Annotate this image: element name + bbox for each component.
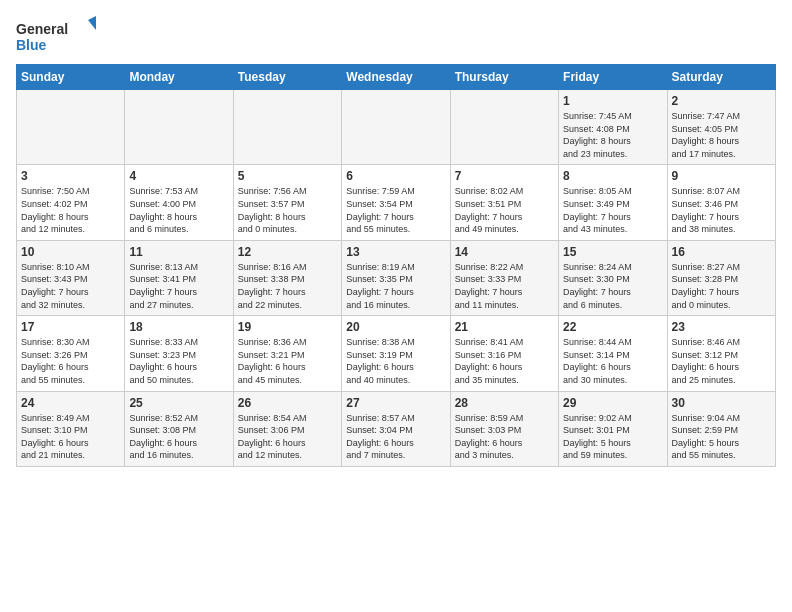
calendar-cell-w0-d5: 1Sunrise: 7:45 AM Sunset: 4:08 PM Daylig…	[559, 90, 667, 165]
day-number: 27	[346, 396, 445, 410]
day-number: 1	[563, 94, 662, 108]
weekday-header-thursday: Thursday	[450, 65, 558, 90]
day-info: Sunrise: 7:59 AM Sunset: 3:54 PM Dayligh…	[346, 185, 445, 235]
day-number: 11	[129, 245, 228, 259]
calendar-cell-w4-d3: 27Sunrise: 8:57 AM Sunset: 3:04 PM Dayli…	[342, 391, 450, 466]
day-number: 22	[563, 320, 662, 334]
day-info: Sunrise: 8:22 AM Sunset: 3:33 PM Dayligh…	[455, 261, 554, 311]
day-info: Sunrise: 7:45 AM Sunset: 4:08 PM Dayligh…	[563, 110, 662, 160]
calendar-cell-w1-d0: 3Sunrise: 7:50 AM Sunset: 4:02 PM Daylig…	[17, 165, 125, 240]
day-info: Sunrise: 8:16 AM Sunset: 3:38 PM Dayligh…	[238, 261, 337, 311]
day-info: Sunrise: 8:07 AM Sunset: 3:46 PM Dayligh…	[672, 185, 771, 235]
day-info: Sunrise: 8:13 AM Sunset: 3:41 PM Dayligh…	[129, 261, 228, 311]
day-number: 13	[346, 245, 445, 259]
calendar-cell-w2-d4: 14Sunrise: 8:22 AM Sunset: 3:33 PM Dayli…	[450, 240, 558, 315]
calendar-cell-w4-d2: 26Sunrise: 8:54 AM Sunset: 3:06 PM Dayli…	[233, 391, 341, 466]
day-info: Sunrise: 8:24 AM Sunset: 3:30 PM Dayligh…	[563, 261, 662, 311]
day-number: 12	[238, 245, 337, 259]
calendar-cell-w2-d0: 10Sunrise: 8:10 AM Sunset: 3:43 PM Dayli…	[17, 240, 125, 315]
svg-marker-2	[88, 16, 96, 30]
day-info: Sunrise: 9:04 AM Sunset: 2:59 PM Dayligh…	[672, 412, 771, 462]
day-number: 18	[129, 320, 228, 334]
calendar-cell-w3-d3: 20Sunrise: 8:38 AM Sunset: 3:19 PM Dayli…	[342, 316, 450, 391]
calendar-cell-w3-d4: 21Sunrise: 8:41 AM Sunset: 3:16 PM Dayli…	[450, 316, 558, 391]
day-info: Sunrise: 7:47 AM Sunset: 4:05 PM Dayligh…	[672, 110, 771, 160]
calendar-cell-w2-d6: 16Sunrise: 8:27 AM Sunset: 3:28 PM Dayli…	[667, 240, 775, 315]
calendar-cell-w3-d5: 22Sunrise: 8:44 AM Sunset: 3:14 PM Dayli…	[559, 316, 667, 391]
day-number: 10	[21, 245, 120, 259]
weekday-header-saturday: Saturday	[667, 65, 775, 90]
weekday-header-monday: Monday	[125, 65, 233, 90]
day-info: Sunrise: 8:44 AM Sunset: 3:14 PM Dayligh…	[563, 336, 662, 386]
calendar-table: SundayMondayTuesdayWednesdayThursdayFrid…	[16, 64, 776, 467]
calendar-cell-w2-d3: 13Sunrise: 8:19 AM Sunset: 3:35 PM Dayli…	[342, 240, 450, 315]
day-info: Sunrise: 8:02 AM Sunset: 3:51 PM Dayligh…	[455, 185, 554, 235]
day-number: 8	[563, 169, 662, 183]
day-number: 19	[238, 320, 337, 334]
calendar-cell-w2-d5: 15Sunrise: 8:24 AM Sunset: 3:30 PM Dayli…	[559, 240, 667, 315]
weekday-header-sunday: Sunday	[17, 65, 125, 90]
weekday-header-tuesday: Tuesday	[233, 65, 341, 90]
day-number: 4	[129, 169, 228, 183]
calendar-cell-w0-d4	[450, 90, 558, 165]
day-number: 29	[563, 396, 662, 410]
day-number: 28	[455, 396, 554, 410]
day-info: Sunrise: 7:50 AM Sunset: 4:02 PM Dayligh…	[21, 185, 120, 235]
day-number: 20	[346, 320, 445, 334]
day-number: 15	[563, 245, 662, 259]
calendar-cell-w4-d0: 24Sunrise: 8:49 AM Sunset: 3:10 PM Dayli…	[17, 391, 125, 466]
day-info: Sunrise: 8:36 AM Sunset: 3:21 PM Dayligh…	[238, 336, 337, 386]
day-number: 9	[672, 169, 771, 183]
day-info: Sunrise: 7:53 AM Sunset: 4:00 PM Dayligh…	[129, 185, 228, 235]
day-info: Sunrise: 8:33 AM Sunset: 3:23 PM Dayligh…	[129, 336, 228, 386]
day-number: 17	[21, 320, 120, 334]
logo-svg: General Blue	[16, 16, 96, 56]
day-info: Sunrise: 9:02 AM Sunset: 3:01 PM Dayligh…	[563, 412, 662, 462]
svg-text:General: General	[16, 21, 68, 37]
day-number: 21	[455, 320, 554, 334]
day-info: Sunrise: 8:54 AM Sunset: 3:06 PM Dayligh…	[238, 412, 337, 462]
day-info: Sunrise: 8:38 AM Sunset: 3:19 PM Dayligh…	[346, 336, 445, 386]
calendar-cell-w4-d1: 25Sunrise: 8:52 AM Sunset: 3:08 PM Dayli…	[125, 391, 233, 466]
calendar-cell-w1-d5: 8Sunrise: 8:05 AM Sunset: 3:49 PM Daylig…	[559, 165, 667, 240]
day-info: Sunrise: 8:57 AM Sunset: 3:04 PM Dayligh…	[346, 412, 445, 462]
day-number: 6	[346, 169, 445, 183]
calendar-cell-w0-d6: 2Sunrise: 7:47 AM Sunset: 4:05 PM Daylig…	[667, 90, 775, 165]
calendar-cell-w0-d0	[17, 90, 125, 165]
calendar-cell-w2-d2: 12Sunrise: 8:16 AM Sunset: 3:38 PM Dayli…	[233, 240, 341, 315]
day-info: Sunrise: 8:59 AM Sunset: 3:03 PM Dayligh…	[455, 412, 554, 462]
day-info: Sunrise: 8:52 AM Sunset: 3:08 PM Dayligh…	[129, 412, 228, 462]
day-info: Sunrise: 8:10 AM Sunset: 3:43 PM Dayligh…	[21, 261, 120, 311]
calendar-cell-w1-d4: 7Sunrise: 8:02 AM Sunset: 3:51 PM Daylig…	[450, 165, 558, 240]
calendar-cell-w1-d1: 4Sunrise: 7:53 AM Sunset: 4:00 PM Daylig…	[125, 165, 233, 240]
day-number: 23	[672, 320, 771, 334]
calendar-cell-w4-d4: 28Sunrise: 8:59 AM Sunset: 3:03 PM Dayli…	[450, 391, 558, 466]
calendar-cell-w0-d3	[342, 90, 450, 165]
day-info: Sunrise: 8:41 AM Sunset: 3:16 PM Dayligh…	[455, 336, 554, 386]
calendar-cell-w3-d2: 19Sunrise: 8:36 AM Sunset: 3:21 PM Dayli…	[233, 316, 341, 391]
day-number: 24	[21, 396, 120, 410]
calendar-cell-w4-d5: 29Sunrise: 9:02 AM Sunset: 3:01 PM Dayli…	[559, 391, 667, 466]
day-number: 5	[238, 169, 337, 183]
day-info: Sunrise: 8:05 AM Sunset: 3:49 PM Dayligh…	[563, 185, 662, 235]
calendar-cell-w1-d6: 9Sunrise: 8:07 AM Sunset: 3:46 PM Daylig…	[667, 165, 775, 240]
day-number: 7	[455, 169, 554, 183]
day-info: Sunrise: 8:46 AM Sunset: 3:12 PM Dayligh…	[672, 336, 771, 386]
day-info: Sunrise: 8:19 AM Sunset: 3:35 PM Dayligh…	[346, 261, 445, 311]
day-number: 25	[129, 396, 228, 410]
calendar-cell-w2-d1: 11Sunrise: 8:13 AM Sunset: 3:41 PM Dayli…	[125, 240, 233, 315]
logo: General Blue	[16, 16, 96, 56]
calendar-cell-w3-d0: 17Sunrise: 8:30 AM Sunset: 3:26 PM Dayli…	[17, 316, 125, 391]
day-number: 16	[672, 245, 771, 259]
day-info: Sunrise: 8:27 AM Sunset: 3:28 PM Dayligh…	[672, 261, 771, 311]
header: General Blue	[16, 16, 776, 56]
weekday-header-friday: Friday	[559, 65, 667, 90]
day-info: Sunrise: 7:56 AM Sunset: 3:57 PM Dayligh…	[238, 185, 337, 235]
calendar-cell-w1-d2: 5Sunrise: 7:56 AM Sunset: 3:57 PM Daylig…	[233, 165, 341, 240]
day-number: 26	[238, 396, 337, 410]
day-number: 30	[672, 396, 771, 410]
calendar-cell-w4-d6: 30Sunrise: 9:04 AM Sunset: 2:59 PM Dayli…	[667, 391, 775, 466]
calendar-cell-w0-d2	[233, 90, 341, 165]
calendar-cell-w3-d6: 23Sunrise: 8:46 AM Sunset: 3:12 PM Dayli…	[667, 316, 775, 391]
day-number: 2	[672, 94, 771, 108]
